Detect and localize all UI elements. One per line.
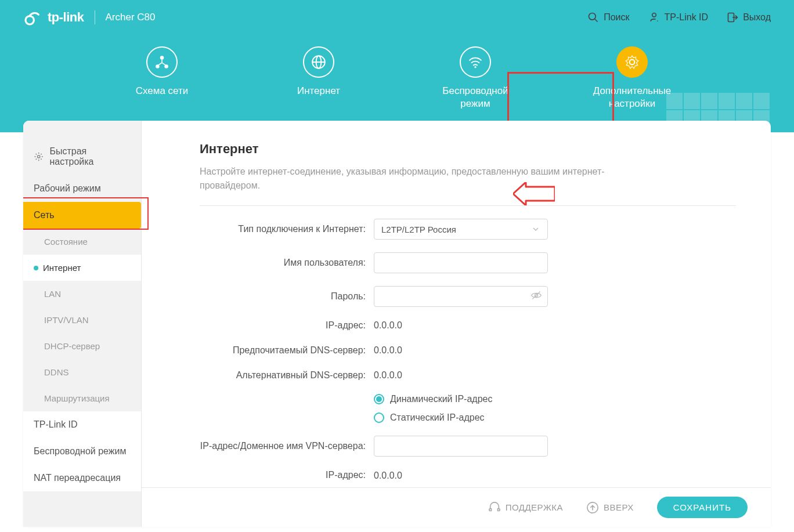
tab-advanced-label: Дополнительные настройки: [586, 85, 678, 110]
gear-icon: [625, 55, 640, 70]
sidebar-lan[interactable]: LAN: [23, 281, 141, 307]
vpn-server-label: IP-адрес/Доменное имя VPN-сервера:: [200, 440, 374, 453]
headset-icon: [488, 501, 501, 514]
content-area: Интернет Настройте интернет-соединение, …: [142, 121, 771, 527]
sidebar-internet[interactable]: Интернет: [23, 255, 141, 281]
divider: [200, 205, 736, 206]
svg-point-12: [474, 66, 476, 68]
username-label: Имя пользователя:: [200, 257, 374, 269]
header-divider: [95, 10, 95, 24]
brand-text: tp-link: [48, 10, 84, 25]
sidebar-wireless[interactable]: Беспроводной режим: [23, 438, 141, 465]
password-label: Пароль:: [200, 291, 374, 303]
radio-dynamic-ip[interactable]: Динамический IP-адрес: [374, 394, 492, 404]
tplink-id-label: TP-Link ID: [665, 12, 709, 23]
sidebar-wireless-label: Беспроводной режим: [34, 446, 126, 457]
ip2-label: IP-адрес:: [200, 469, 374, 482]
save-button[interactable]: СОХРАНИТЬ: [657, 497, 748, 518]
ip-value: 0.0.0.0: [374, 320, 402, 331]
sidebar-ddns[interactable]: DDNS: [23, 359, 141, 385]
sidebar-nat[interactable]: NAT переадресация: [23, 465, 141, 491]
conn-type-select[interactable]: L2TP/L2TP Россия: [374, 219, 548, 240]
sidebar: Быстрая настройка Рабочий режим Сеть Сос…: [23, 121, 142, 527]
tab-wireless[interactable]: Беспроводной режим: [429, 46, 522, 132]
dns2-label: Альтернативный DNS-сервер:: [200, 370, 374, 382]
page-card: Быстрая настройка Рабочий режим Сеть Сос…: [23, 121, 771, 527]
sidebar-iptv-label: IPTV/VLAN: [44, 315, 89, 325]
svg-point-6: [160, 56, 164, 60]
tab-wireless-label: Беспроводной режим: [429, 85, 522, 110]
dns2-value: 0.0.0.0: [374, 370, 402, 381]
sidebar-status-label: Состояние: [44, 237, 88, 247]
search-label: Поиск: [604, 12, 629, 23]
svg-point-13: [630, 60, 635, 65]
top-label: ВВЕРХ: [604, 502, 634, 512]
radio-dynamic-label: Динамический IP-адрес: [390, 394, 492, 404]
tplink-logo-icon: [23, 8, 42, 27]
model-name: Archer C80: [106, 12, 156, 23]
sidebar-lan-label: LAN: [44, 289, 61, 299]
svg-point-3: [652, 13, 656, 17]
sidebar-quick-setup-label: Быстрая настройка: [49, 146, 131, 167]
top-link[interactable]: ВВЕРХ: [586, 501, 634, 514]
sidebar-routing[interactable]: Маршрутизация: [23, 385, 141, 411]
arrow-up-circle-icon: [586, 501, 599, 514]
main-tabs: Схема сети Интернет Беспроводной режим Д…: [0, 35, 794, 132]
ip-label: IP-адрес:: [200, 320, 374, 332]
network-map-icon: [154, 55, 169, 70]
username-input[interactable]: [374, 252, 548, 273]
radio-dot-icon: [374, 394, 384, 404]
radio-dot-icon: [374, 412, 384, 423]
svg-point-1: [589, 13, 596, 20]
page-title: Интернет: [200, 142, 736, 157]
eye-icon[interactable]: [530, 289, 542, 303]
tplink-id-action[interactable]: TP-Link ID: [648, 12, 709, 23]
svg-line-2: [595, 19, 598, 22]
tab-advanced[interactable]: Дополнительные настройки: [586, 46, 678, 132]
tab-internet[interactable]: Интернет: [272, 46, 365, 132]
password-input[interactable]: [374, 286, 548, 307]
dns1-value: 0.0.0.0: [374, 345, 402, 356]
footer-bar: ПОДДЕРЖКА ВВЕРХ СОХРАНИТЬ: [142, 487, 771, 527]
svg-point-0: [26, 16, 34, 24]
sidebar-dhcp[interactable]: DHCP-сервер: [23, 333, 141, 359]
tab-network-map-label: Схема сети: [136, 85, 189, 97]
logout-action[interactable]: Выход: [727, 12, 771, 23]
logout-icon: [727, 12, 738, 23]
sidebar-ddns-label: DDNS: [44, 367, 69, 377]
svg-point-14: [38, 155, 40, 158]
sidebar-tplink-id-label: TP-Link ID: [34, 419, 78, 430]
page-description: Настройте интернет-соединение, указывая …: [200, 165, 652, 193]
sidebar-network[interactable]: Сеть: [23, 202, 141, 229]
sidebar-nat-label: NAT переадресация: [34, 473, 121, 483]
sidebar-tplink-id[interactable]: TP-Link ID: [23, 411, 141, 438]
sidebar-quick-setup[interactable]: Быстрая настройка: [23, 138, 141, 175]
topbar: tp-link Archer C80 Поиск TP-Link ID Выхо…: [0, 0, 794, 35]
conn-type-label: Тип подключения к Интернет:: [200, 223, 374, 236]
search-action[interactable]: Поиск: [587, 12, 629, 23]
gear-small-icon: [34, 151, 44, 162]
sidebar-internet-label: Интернет: [43, 263, 81, 273]
sidebar-network-label: Сеть: [34, 210, 55, 220]
sidebar-operation-mode[interactable]: Рабочий режим: [23, 175, 141, 202]
radio-static-label: Статический IP-адрес: [390, 412, 485, 423]
wifi-icon: [468, 55, 483, 70]
tab-network-map[interactable]: Схема сети: [116, 46, 208, 132]
conn-type-value: L2TP/L2TP Россия: [381, 225, 456, 234]
sidebar-routing-label: Маршрутизация: [44, 393, 110, 403]
search-icon: [587, 12, 599, 23]
support-label: ПОДДЕРЖКА: [506, 502, 563, 512]
vpn-server-input[interactable]: [374, 436, 548, 457]
sidebar-operation-mode-label: Рабочий режим: [34, 183, 101, 194]
radio-static-ip[interactable]: Статический IP-адрес: [374, 412, 492, 423]
ip2-value: 0.0.0.0: [374, 471, 402, 481]
globe-icon: [311, 55, 326, 70]
sidebar-status[interactable]: Состояние: [23, 229, 141, 255]
user-icon: [648, 12, 660, 23]
brand-logo: tp-link: [23, 8, 84, 27]
svg-point-4: [655, 18, 658, 21]
sidebar-dhcp-label: DHCP-сервер: [44, 341, 100, 351]
svg-line-16: [532, 291, 540, 299]
sidebar-iptv[interactable]: IPTV/VLAN: [23, 307, 141, 333]
support-link[interactable]: ПОДДЕРЖКА: [488, 501, 563, 514]
